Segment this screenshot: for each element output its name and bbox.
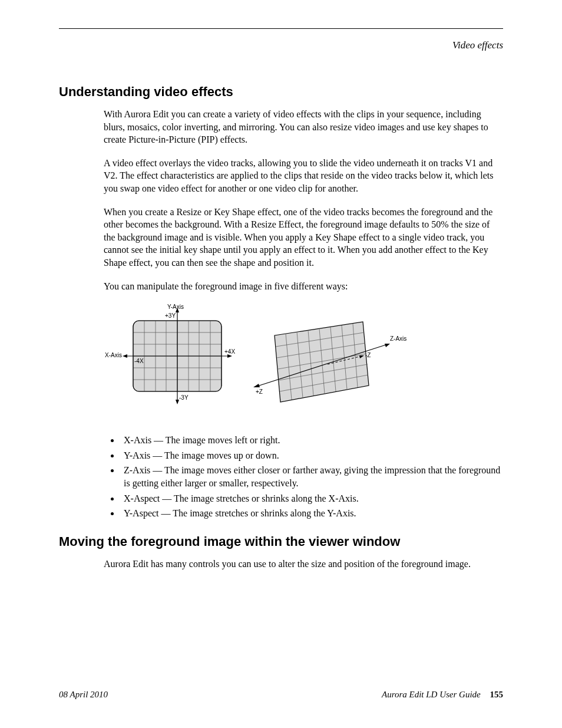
top-rule <box>59 28 503 29</box>
svg-marker-35 <box>385 344 390 347</box>
list-item: Z-Axis — The image moves either closer o… <box>120 464 503 489</box>
para-s2-1: Aurora Edit has many controls you can us… <box>104 558 503 571</box>
label-x-axis: X-Axis <box>105 352 122 358</box>
label-minus-3y: -3Y <box>179 394 189 401</box>
list-item: Y-Axis — The image moves up or down. <box>120 449 503 462</box>
list-item: Y-Aspect — The image stretches or shrink… <box>120 507 503 520</box>
axis-diagram: Y-Axis +3Y -3Y X-Axis +4X -4X <box>104 303 503 417</box>
svg-marker-34 <box>253 384 260 387</box>
list-item: X-Aspect — The image stretches or shrink… <box>120 492 503 505</box>
label-plus-4x: +4X <box>224 348 235 355</box>
para-4: You can manipulate the foreground image … <box>104 280 503 293</box>
heading-understanding-video-effects: Understanding video effects <box>59 84 503 100</box>
label-plus-z: +Z <box>256 388 263 395</box>
svg-marker-17 <box>123 354 127 358</box>
page-footer: 08 April 2010 Aurora Edit LD User Guide … <box>59 690 503 700</box>
label-minus-4x: -4X <box>134 358 144 364</box>
footer-date: 08 April 2010 <box>59 690 108 700</box>
running-header: Video effects <box>59 39 503 51</box>
bullet-list: X-Axis — The image moves left or right. … <box>104 434 503 520</box>
para-1: With Aurora Edit you can create a variet… <box>104 108 503 146</box>
label-z-axis: Z-Axis <box>390 335 406 342</box>
footer-page-number: 155 <box>490 690 504 699</box>
label-y-axis: Y-Axis <box>167 304 184 310</box>
label-minus-z: -Z <box>365 352 371 358</box>
footer-book-title: Aurora Edit LD User Guide <box>382 690 481 699</box>
list-item: X-Axis — The image moves left or right. <box>120 434 503 447</box>
heading-moving-foreground-image: Moving the foreground image within the v… <box>59 534 503 549</box>
label-plus-3y: +3Y <box>165 312 176 319</box>
para-2: A video effect overlays the video tracks… <box>104 157 503 195</box>
para-3: When you create a Resize or Key Shape ef… <box>104 206 503 269</box>
